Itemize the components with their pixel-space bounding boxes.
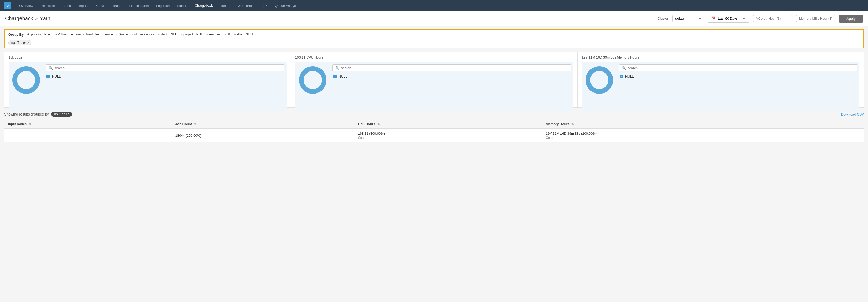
page-title-chargeback: Chargeback [5,15,33,22]
filter-dept[interactable]: dept = NULL [161,33,179,36]
memory-search-panel: 🔍 NULL [619,65,857,79]
memory-search-input[interactable] [627,66,855,70]
sort-icon-job-count: ⇅ [194,123,196,126]
jobs-null-item: NULL [46,73,284,79]
sort-icon-input-tables: ⇅ [29,123,31,126]
svg-point-1 [15,69,37,92]
cpu-cost: Cost: - - - [358,136,539,140]
filter-arrow-2: » [115,33,117,36]
col-input-tables[interactable]: inputTables ⇅ [4,120,172,129]
sort-icon-cpu-hours: ⇅ [377,123,380,126]
cpu-null-checkbox[interactable] [333,75,337,78]
download-csv-button[interactable]: Download CSV [841,112,864,116]
stats-cards-row: 18k Jobs 🔍 NULL [4,52,864,108]
cell-input-tables [4,129,172,142]
col-job-count[interactable]: Job Count ⇅ [172,120,354,129]
filter-arrow-4: » [180,33,182,36]
cpu-search-input[interactable] [341,66,568,70]
cpu-null-label: NULL [339,75,347,78]
memory-null-item: NULL [619,73,857,79]
jobs-search-input[interactable] [54,66,282,70]
page-title: Chargeback » Yarn [5,15,51,22]
cell-job-count: 18044 (100.00%) [172,129,354,142]
nav-item-chargeback[interactable]: Chargeback [191,0,217,11]
jobs-null-label: NULL [52,75,61,78]
apply-button[interactable]: Apply [839,15,863,23]
memory-donut-chart [584,65,615,96]
search-icon: 🔍 [622,66,626,70]
filter-project[interactable]: project = NULL [183,33,204,36]
filter-dbs[interactable]: dbs = NULL [237,33,254,36]
group-badge: inputTables [51,112,72,116]
cluster-select[interactable]: default [672,15,704,22]
date-range-label: Last 90 Days [718,16,738,21]
filter-arrow-1: » [83,33,85,36]
nav-item-elasticsearch[interactable]: Elasticsearch [125,0,152,11]
input-tables-tag[interactable]: inputTables × [8,40,31,45]
nav-item-tuning[interactable]: Tuning [217,0,234,11]
cluster-label: Cluster [658,16,668,21]
svg-point-5 [588,69,611,92]
filter-queue[interactable]: Queue = root.users.unrav... [118,33,156,36]
breadcrumb-arrow: » [35,16,38,21]
app-logo[interactable] [4,2,11,9]
memory-null-checkbox[interactable] [620,75,623,78]
jobs-donut-chart [11,65,42,96]
memory-stat-card: 19Y 11M 16D 39m 38s Memory Hours 🔍 [577,52,864,108]
nav-item-hbase[interactable]: HBase [108,0,125,11]
nav-item-overview[interactable]: Overview [16,0,37,11]
memory-null-label: NULL [625,75,634,78]
search-icon: 🔍 [49,66,53,70]
page-subtitle-yarn: Yarn [40,15,51,22]
memory-card-title: 19Y 11M 16D 39m 38s Memory Hours [582,56,860,59]
filter-arrow-6: » [234,33,236,36]
cpu-search-panel: 🔍 NULL [333,65,571,79]
showing-label: Showing results grouped by [4,112,49,116]
filter-arrow-3: » [158,33,160,36]
filter-tag-close-icon[interactable]: × [28,41,29,44]
nav-item-kafka[interactable]: Kafka [92,0,108,11]
nav-item-kibana[interactable]: Kibana [173,0,191,11]
cell-cpu-hours: 163.11 (100.00%) Cost: - - - [354,129,542,142]
nav-item-jobs[interactable]: Jobs [60,0,74,11]
memory-input[interactable] [796,15,835,22]
cpu-search-box: 🔍 [333,65,571,71]
table-header-row: inputTables ⇅ Job Count ⇅ Cpu Hours ⇅ Me… [4,120,864,129]
results-header: Showing results grouped by inputTables D… [4,112,864,116]
nav-item-logstash[interactable]: Logstash [152,0,173,11]
nav-item-workload[interactable]: Workload [234,0,255,11]
results-table: inputTables ⇅ Job Count ⇅ Cpu Hours ⇅ Me… [4,119,864,142]
filter-real-user[interactable]: Real User = unravel [86,33,114,36]
filter-app-type[interactable]: Application Type = mr & User = unravel [27,33,81,36]
header-bar: Chargeback » Yarn Cluster default 📅 Last… [0,11,868,26]
svg-point-3 [301,69,324,92]
chevron-down-icon: ▼ [742,16,746,21]
filter-tag-label: inputTables [11,41,26,44]
cpu-donut-chart [297,65,328,96]
col-memory-hours[interactable]: Memory Hours ⇅ [542,120,864,129]
memory-cost: Cost: - - - [546,136,860,140]
jobs-null-checkbox[interactable] [46,75,50,78]
top-navigation: Overview Resources Jobs Impala Kafka HBa… [0,0,868,11]
sort-icon-memory-hours: ⇅ [571,123,574,126]
results-title: Showing results grouped by inputTables [4,112,72,116]
memory-search-box: 🔍 [619,65,857,71]
nav-item-impala[interactable]: Impala [74,0,92,11]
filter-bar: Group By : Application Type = mr & User … [4,29,864,48]
cpu-null-item: NULL [333,73,571,79]
jobs-card-title: 18k Jobs [8,56,286,59]
filter-real-user-null[interactable]: realUser = NULL [209,33,232,36]
results-section: Showing results grouped by inputTables D… [4,112,864,142]
jobs-search-panel: 🔍 NULL [46,65,284,79]
group-by-label: Group By : [8,33,26,36]
nav-item-topx[interactable]: Top X [255,0,271,11]
filter-arrow-5: » [206,33,208,36]
cpu-stat-card: 163.11 CPU Hours 🔍 NULL [291,52,577,108]
col-cpu-hours[interactable]: Cpu Hours ⇅ [354,120,542,129]
date-range-button[interactable]: 📅 Last 90 Days ▼ [708,15,749,23]
nav-item-resources[interactable]: Resources [37,0,60,11]
nav-item-queue-analysis[interactable]: Queue Analysis [271,0,302,11]
vcore-input[interactable] [753,15,792,22]
table-row: 18044 (100.00%) 163.11 (100.00%) Cost: -… [4,129,864,142]
cpu-card-title: 163.11 CPU Hours [295,56,573,59]
